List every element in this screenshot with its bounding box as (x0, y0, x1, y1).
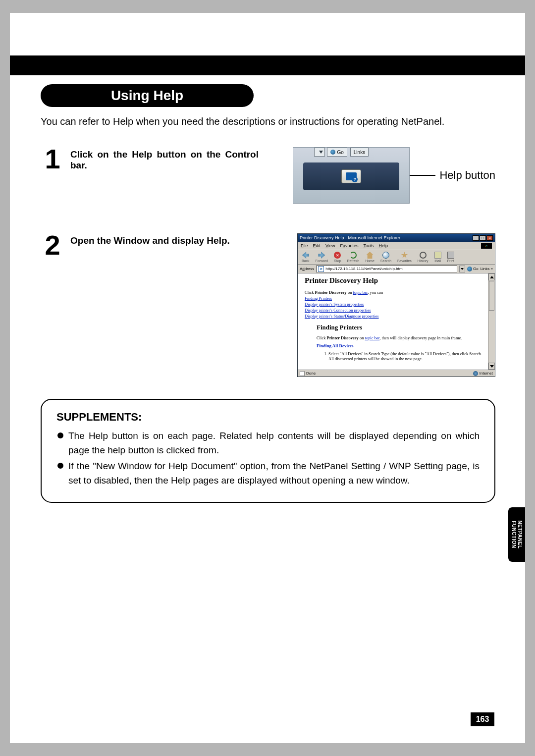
internet-icon (473, 371, 478, 376)
minimize-icon[interactable]: _ (473, 235, 479, 241)
callout-leader (410, 175, 435, 176)
search-button[interactable]: Search (380, 252, 391, 263)
scroll-thumb[interactable] (489, 281, 494, 311)
screenshot-control-bar: Go Links (293, 147, 410, 204)
scroll-down-icon[interactable] (488, 363, 495, 370)
page-number: 163 (471, 712, 494, 726)
links-button[interactable]: Links (350, 148, 369, 157)
page-frame: Using Help You can refer to Help when yo… (10, 13, 525, 743)
menu-bar: File Edit View Favorites Tools Help e (298, 242, 495, 250)
window-titlebar: Printer Discovery Help - Microsoft Inter… (298, 234, 495, 242)
refresh-button[interactable]: Refresh (347, 252, 360, 263)
step-1-number: 1 (41, 147, 64, 171)
help-list-item: Select "All Devices" in Search Type (the… (328, 351, 485, 361)
address-dropdown-icon[interactable] (459, 266, 465, 272)
mail-button[interactable]: Mail (434, 252, 441, 263)
address-input[interactable]: http://172.16.118.111/NetPanel/urdohlp.h… (316, 266, 457, 272)
help-link-connection[interactable]: Display printer's Connection properties (305, 308, 371, 313)
supplements-item: The Help button is on each page. Related… (56, 429, 480, 458)
refresh-icon (350, 252, 357, 259)
menu-tools[interactable]: Tools (363, 243, 374, 248)
close-icon[interactable]: × (486, 235, 493, 241)
menu-help[interactable]: Help (378, 243, 388, 248)
address-bar: Address http://172.16.118.111/NetPanel/u… (298, 265, 495, 273)
menu-view[interactable]: View (325, 243, 335, 248)
side-tab-line1: NETPANEL (517, 520, 523, 548)
stop-button[interactable]: Stop (334, 252, 341, 263)
window-title: Printer Discovery Help - Microsoft Inter… (300, 235, 400, 240)
maximize-icon[interactable]: □ (480, 235, 486, 241)
supplements-title: SUPPLEMENTS: (56, 411, 480, 424)
links-button[interactable]: Links (481, 267, 493, 271)
side-tab: NETPANEL FUNCTION (508, 507, 525, 562)
intro-text: You can refer to Help when you need the … (41, 116, 495, 127)
forward-button[interactable]: Forward (316, 252, 328, 263)
help-subheading: Finding Printers (317, 324, 485, 331)
supplements-box: SUPPLEMENTS: The Help button is on each … (41, 399, 495, 503)
step-2-text: Open the Window and display Help. (70, 233, 249, 246)
search-icon (382, 252, 389, 259)
step-1: 1 Click on the Help button on the Contro… (41, 147, 495, 204)
screenshot-help-window: Printer Discovery Help - Microsoft Inter… (297, 233, 495, 377)
menu-favorites[interactable]: Favorites (340, 243, 358, 248)
page-content: Using Help You can refer to Help when yo… (41, 84, 495, 503)
stop-icon (334, 252, 341, 259)
control-bar-panel (303, 162, 399, 190)
help-ordered-list: Select "All Devices" in Search Type (the… (328, 351, 485, 361)
supplements-item: If the "New Window for Help Document" op… (56, 459, 480, 488)
mail-icon (434, 252, 441, 259)
back-button[interactable]: Back (302, 252, 310, 263)
address-label: Address (300, 267, 314, 271)
help-lead-text: Click Printer Discovery on topic bar, yo… (305, 290, 485, 295)
status-text: Done (306, 371, 316, 376)
back-icon (302, 252, 309, 259)
help-icon (346, 172, 357, 180)
help-link-system[interactable]: Display printer's System properties (305, 302, 364, 307)
menu-file[interactable]: File (301, 243, 308, 248)
scrollbar[interactable] (488, 273, 495, 370)
home-icon (367, 252, 374, 259)
callout-label: Help button (439, 169, 495, 182)
step-2-number: 2 (41, 233, 64, 257)
step-1-figure: Go Links Help button (293, 147, 495, 204)
history-icon (420, 252, 427, 259)
help-link-status[interactable]: Display printer's Status/Diagnose proper… (305, 314, 379, 319)
favorites-icon (401, 252, 408, 259)
go-button[interactable]: Go (467, 267, 479, 271)
side-tab-line2: FUNCTION (511, 521, 517, 548)
supplements-list: The Help button is on each page. Related… (56, 429, 480, 488)
step-1-text: Click on the Help button on the Control … (70, 147, 259, 171)
ie-logo-icon: e (481, 243, 492, 249)
address-dropdown-icon[interactable] (314, 148, 325, 157)
print-button[interactable]: Print (447, 252, 454, 263)
help-find-all[interactable]: Finding All Devices (317, 343, 485, 348)
go-button[interactable]: Go (327, 148, 347, 157)
help-button[interactable] (341, 169, 361, 183)
toolbar: Back Forward Stop Refresh Home Search Fa… (298, 250, 495, 265)
scroll-up-icon[interactable] (488, 273, 495, 280)
section-heading: Using Help (41, 84, 254, 107)
step-2-figure: Printer Discovery Help - Microsoft Inter… (297, 233, 495, 377)
header-bar (10, 55, 525, 75)
section-heading-text: Using Help (111, 88, 183, 104)
status-bar: Done Internet (298, 370, 495, 377)
forward-icon (318, 252, 325, 259)
done-icon (300, 371, 305, 376)
home-button[interactable]: Home (365, 252, 374, 263)
help-title: Printer Discovery Help (305, 276, 485, 285)
history-button[interactable]: History (418, 252, 428, 263)
zone-text: Internet (480, 371, 493, 376)
print-icon (447, 252, 454, 259)
page-number-text: 163 (476, 715, 489, 724)
help-page-body: Printer Discovery Help Click Printer Dis… (298, 273, 495, 370)
help-link-finding[interactable]: Finding Printers (305, 296, 332, 301)
menu-edit[interactable]: Edit (313, 243, 321, 248)
help-para: Click Printer Discovery on topic bar, th… (317, 335, 485, 340)
favorites-button[interactable]: Favorites (397, 252, 412, 263)
step-2: 2 Open the Window and display Help. Prin… (41, 233, 495, 377)
